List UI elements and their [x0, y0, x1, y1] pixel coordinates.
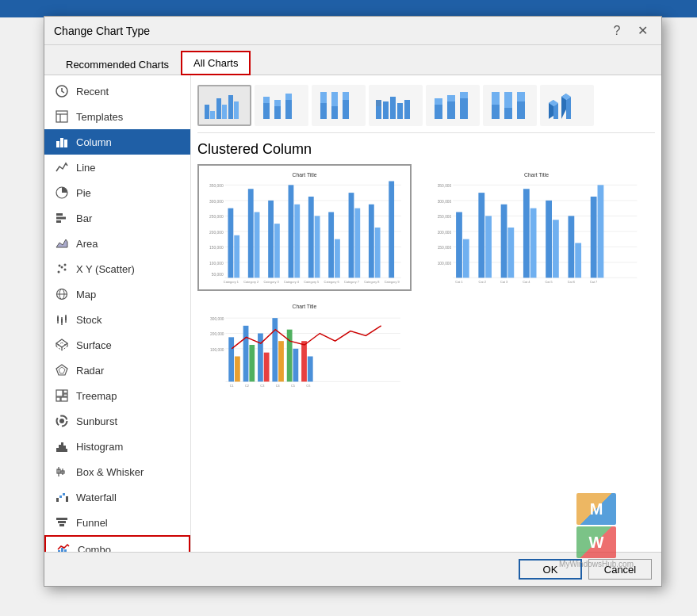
svg-rect-72: [320, 92, 327, 103]
sidebar-label-templates: Templates: [76, 111, 123, 123]
svg-rect-70: [285, 94, 292, 100]
sidebar-item-map[interactable]: Map: [44, 281, 190, 307]
tab-all-charts[interactable]: All Charts: [181, 51, 251, 75]
svg-text:Category 4: Category 4: [284, 280, 300, 284]
sidebar-item-area[interactable]: Area: [44, 231, 190, 256]
chart-section-title: Clustered Column: [197, 133, 655, 164]
sidebar-item-bar[interactable]: Bar: [44, 205, 190, 231]
sidebar-item-sunburst[interactable]: Sunburst: [44, 408, 190, 434]
svg-rect-78: [376, 100, 381, 106]
svg-text:Cat 2: Cat 2: [479, 280, 486, 284]
svg-rect-33: [56, 390, 63, 396]
sunburst-icon: [54, 413, 70, 429]
svg-rect-122: [274, 224, 280, 277]
svg-rect-86: [447, 95, 455, 101]
svg-marker-100: [566, 97, 571, 119]
svg-rect-43: [63, 446, 66, 452]
svg-rect-131: [369, 205, 374, 278]
svg-text:200,000: 200,000: [210, 332, 224, 336]
sidebar-item-scatter[interactable]: X Y (Scatter): [44, 256, 190, 281]
svg-text:C2: C2: [245, 385, 249, 388]
sidebar-item-combo[interactable]: Combo: [44, 535, 190, 552]
svg-rect-61: [216, 98, 221, 119]
title-bar: Change Chart Type ? ✕: [44, 17, 661, 45]
sidebar-item-box[interactable]: Box & Whisker: [44, 459, 190, 484]
svg-text:C4: C4: [276, 385, 281, 388]
svg-rect-50: [59, 495, 62, 498]
chart-thumb-clustered[interactable]: [197, 85, 251, 126]
sidebar-item-waterfall[interactable]: Waterfall: [44, 484, 190, 510]
sidebar-label-scatter: X Y (Scatter): [76, 263, 135, 275]
sidebar-item-histogram[interactable]: Histogram: [44, 434, 190, 459]
svg-point-14: [64, 269, 67, 271]
svg-point-13: [61, 266, 63, 269]
svg-rect-9: [56, 217, 66, 220]
svg-rect-80: [390, 97, 396, 119]
svg-rect-130: [354, 209, 360, 278]
svg-text:100,000: 100,000: [209, 262, 224, 266]
svg-rect-123: [289, 185, 294, 277]
svg-text:Category 3: Category 3: [264, 280, 279, 284]
sidebar-item-line[interactable]: Line: [44, 155, 190, 180]
svg-text:Category 5: Category 5: [304, 280, 319, 284]
preview-row-bottom: Chart Title 300,000 200,000 100,000: [197, 297, 655, 392]
sidebar-item-treemap[interactable]: Treemap: [44, 383, 190, 408]
help-button[interactable]: ?: [607, 21, 626, 40]
chart-thumb-3d-clustered[interactable]: [369, 85, 423, 126]
sidebar-label-sunburst: Sunburst: [76, 415, 117, 427]
sidebar-item-pie[interactable]: Pie: [44, 180, 190, 205]
svg-rect-37: [61, 397, 67, 401]
svg-text:100,000: 100,000: [210, 348, 224, 352]
svg-rect-4: [56, 141, 59, 147]
svg-rect-51: [63, 493, 65, 495]
chart-thumb-3d-100stacked[interactable]: [483, 85, 537, 126]
sidebar-label-combo: Combo: [78, 544, 111, 553]
preview-card-2[interactable]: Chart Title 350,000 300,000 250,000 200,…: [418, 164, 655, 291]
svg-rect-79: [383, 101, 389, 119]
tab-recommended[interactable]: Recommended Charts: [54, 53, 181, 75]
svg-text:300,000: 300,000: [209, 200, 224, 204]
svg-text:C5: C5: [291, 385, 295, 388]
chart-thumb-3d-stacked[interactable]: [426, 85, 480, 126]
svg-rect-8: [56, 213, 63, 216]
svg-rect-90: [492, 92, 500, 105]
sidebar-item-stock[interactable]: Stock: [44, 307, 190, 332]
svg-rect-198: [301, 341, 307, 381]
svg-rect-119: [248, 189, 254, 277]
svg-text:Category 1: Category 1: [224, 280, 239, 284]
svg-rect-189: [235, 357, 240, 382]
chart-thumb-stacked[interactable]: [255, 85, 308, 126]
sidebar-label-pie: Pie: [76, 187, 91, 199]
svg-text:Chart Title: Chart Title: [293, 304, 317, 309]
dialog-title: Change Chart Type: [54, 25, 607, 37]
svg-text:Category 8: Category 8: [364, 280, 379, 284]
cancel-button[interactable]: Cancel: [588, 559, 652, 580]
sidebar-item-column[interactable]: Column: [44, 129, 190, 155]
sidebar-item-funnel[interactable]: Funnel: [44, 510, 190, 535]
svg-text:250,000: 250,000: [438, 215, 452, 219]
svg-rect-85: [447, 101, 455, 119]
svg-text:Category 2: Category 2: [243, 280, 259, 284]
svg-rect-77: [376, 106, 381, 119]
sidebar-item-templates[interactable]: Templates: [44, 104, 190, 129]
svg-rect-127: [328, 212, 334, 278]
chart-thumb-100stacked[interactable]: [312, 85, 366, 126]
chart-thumb-3d-col[interactable]: [540, 85, 594, 126]
svg-rect-192: [258, 334, 263, 382]
sidebar-item-radar[interactable]: Radar: [44, 358, 190, 383]
sidebar-item-surface[interactable]: Surface: [44, 332, 190, 358]
svg-text:50,000: 50,000: [212, 273, 224, 277]
svg-text:200,000: 200,000: [209, 231, 224, 235]
preview-card-1[interactable]: Chart Title 350,000 300,000 250,000 200,…: [197, 164, 412, 291]
svg-rect-171: [598, 185, 604, 277]
svg-text:Cat 5: Cat 5: [545, 280, 552, 284]
templates-icon: [54, 109, 70, 124]
svg-text:Category 9: Category 9: [385, 280, 400, 284]
ok-button[interactable]: OK: [519, 559, 582, 580]
svg-text:Cat 4: Cat 4: [523, 280, 530, 284]
svg-rect-60: [210, 111, 215, 119]
preview-card-3[interactable]: Chart Title 300,000 200,000 100,000: [197, 297, 412, 392]
sidebar-item-recent[interactable]: Recent: [44, 78, 190, 104]
close-button[interactable]: ✕: [633, 21, 652, 40]
title-bar-controls: ? ✕: [607, 21, 652, 40]
